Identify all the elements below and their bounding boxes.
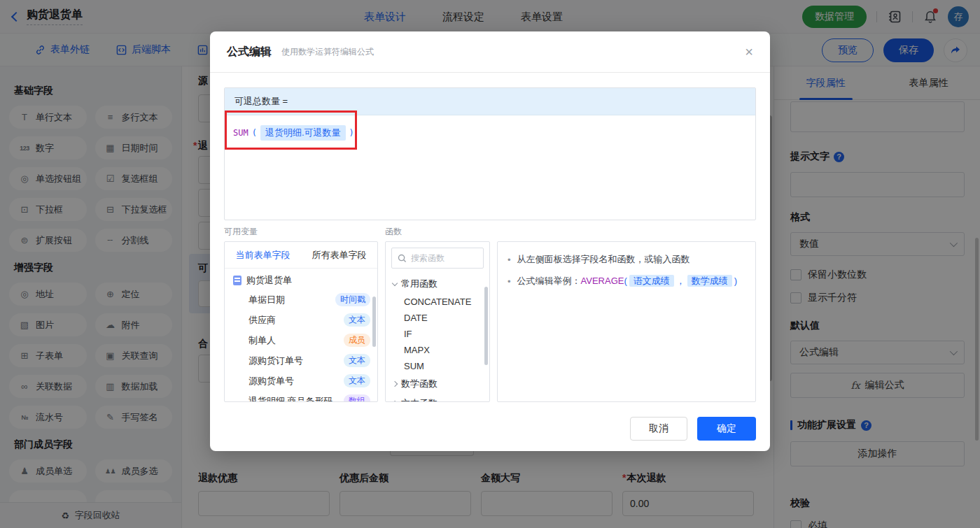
variable-制单人[interactable]: 制单人成员 bbox=[225, 330, 377, 350]
function-group-数学函数[interactable]: 数学函数 bbox=[386, 374, 489, 394]
variable-源购货订单号[interactable]: 源购货订单号文本 bbox=[225, 350, 377, 371]
chevron-icon bbox=[392, 401, 398, 402]
functions-scrollbar[interactable] bbox=[484, 287, 488, 365]
type-badge: 文本 bbox=[344, 354, 370, 367]
type-badge: 文本 bbox=[344, 374, 370, 387]
variable-name: 源购货单号 bbox=[248, 375, 294, 387]
function-item-IF[interactable]: IF bbox=[386, 326, 489, 342]
formula-help-panel: •从左侧面板选择字段名和函数，或输入函数 • 公式编辑举例：AVERAGE(语文… bbox=[497, 241, 756, 402]
modal-header: 公式编辑 使用数学运算符编辑公式 × bbox=[210, 31, 770, 73]
function-group-文本函数[interactable]: 文本函数 bbox=[386, 394, 489, 402]
formula-field-chip[interactable]: 退货明细.可退数量 bbox=[260, 125, 346, 141]
variable-name: 退货明细.商品条形码 bbox=[248, 395, 333, 403]
chevron-icon bbox=[392, 280, 398, 285]
variables-section-label: 可用变量 bbox=[224, 226, 258, 238]
form-doc-icon bbox=[233, 276, 241, 285]
function-search-input[interactable] bbox=[411, 253, 474, 263]
help-line-2: • 公式编辑举例：AVERAGE(语文成绩，数学成绩) bbox=[507, 275, 751, 287]
function-group-label: 数学函数 bbox=[401, 378, 438, 390]
help-line-1: •从左侧面板选择字段名和函数，或输入函数 bbox=[507, 253, 751, 266]
variables-scrollbar[interactable] bbox=[372, 297, 376, 347]
function-group-label: 常用函数 bbox=[401, 278, 438, 290]
search-icon bbox=[398, 254, 407, 263]
app-root: 购货退货单 表单设计流程设定表单设置 数据管理 存 表单外链后端脚本数据权限 预… bbox=[0, 0, 980, 528]
type-badge: 时间戳 bbox=[335, 293, 370, 306]
function-search-box[interactable] bbox=[391, 248, 484, 269]
example-field-chip: 语文成绩 bbox=[629, 275, 674, 287]
function-item-MAPX[interactable]: MAPX bbox=[386, 342, 489, 358]
cancel-button[interactable]: 取消 bbox=[630, 417, 687, 441]
formula-target-label: 可退总数量 = bbox=[225, 88, 755, 115]
variable-退货明细.商品条形码[interactable]: 退货明细.商品条形码数组 bbox=[225, 391, 377, 402]
variable-name: 源购货订单号 bbox=[248, 355, 303, 367]
function-item-DATE[interactable]: DATE bbox=[386, 310, 489, 326]
variable-供应商[interactable]: 供应商文本 bbox=[225, 310, 377, 330]
function-group-label: 文本函数 bbox=[401, 397, 438, 402]
example-field-chip: 数学成绩 bbox=[687, 275, 732, 287]
formula-editor-modal: 公式编辑 使用数学运算符编辑公式 × 可退总数量 = SUM(退货明细.可退数量… bbox=[210, 31, 770, 451]
type-badge: 文本 bbox=[344, 313, 370, 327]
variable-name: 制单人 bbox=[248, 334, 276, 347]
close-paren: ) bbox=[347, 128, 356, 138]
variable-单据日期[interactable]: 单据日期时间戳 bbox=[225, 290, 377, 310]
example-function-name: AVERAGE bbox=[581, 276, 624, 286]
variable-源购货单号[interactable]: 源购货单号文本 bbox=[225, 371, 377, 391]
formula-expression[interactable]: SUM(退货明细.可退数量) bbox=[225, 115, 755, 150]
type-badge: 成员 bbox=[344, 334, 370, 347]
chevron-icon bbox=[392, 381, 398, 387]
modal-title: 公式编辑 bbox=[227, 45, 272, 59]
formula-function-name: SUM bbox=[233, 128, 248, 138]
function-group-常用函数[interactable]: 常用函数 bbox=[386, 274, 489, 294]
confirm-button[interactable]: 确定 bbox=[697, 417, 756, 441]
function-item-CONCATENATE[interactable]: CONCATENATE bbox=[386, 294, 489, 310]
close-icon[interactable]: × bbox=[745, 45, 753, 59]
variables-tab-当前表单字段[interactable]: 当前表单字段 bbox=[225, 242, 301, 268]
variable-name: 供应商 bbox=[248, 314, 276, 327]
modal-subtitle: 使用数学运算符编辑公式 bbox=[281, 46, 374, 58]
variable-name: 单据日期 bbox=[248, 294, 285, 306]
variables-tree-root[interactable]: 购货退货单 bbox=[225, 269, 377, 290]
variables-panel: 当前表单字段所有表单字段 购货退货单 单据日期时间戳供应商文本制单人成员源购货订… bbox=[224, 241, 378, 402]
variables-tab-所有表单字段[interactable]: 所有表单字段 bbox=[301, 242, 377, 268]
variables-list: 购货退货单 单据日期时间戳供应商文本制单人成员源购货订单号文本源购货单号文本退货… bbox=[225, 269, 377, 402]
formula-editor: 可退总数量 = SUM(退货明细.可退数量) bbox=[224, 87, 756, 220]
functions-panel: 常用函数CONCATENATEDATEIFMAPXSUM数学函数文本函数 bbox=[385, 241, 490, 402]
function-item-SUM[interactable]: SUM bbox=[386, 358, 489, 374]
functions-section-label: 函数 bbox=[385, 226, 402, 238]
open-paren: ( bbox=[250, 128, 259, 138]
type-badge: 数组 bbox=[344, 394, 370, 402]
modal-footer: 取消 确定 bbox=[630, 417, 756, 441]
